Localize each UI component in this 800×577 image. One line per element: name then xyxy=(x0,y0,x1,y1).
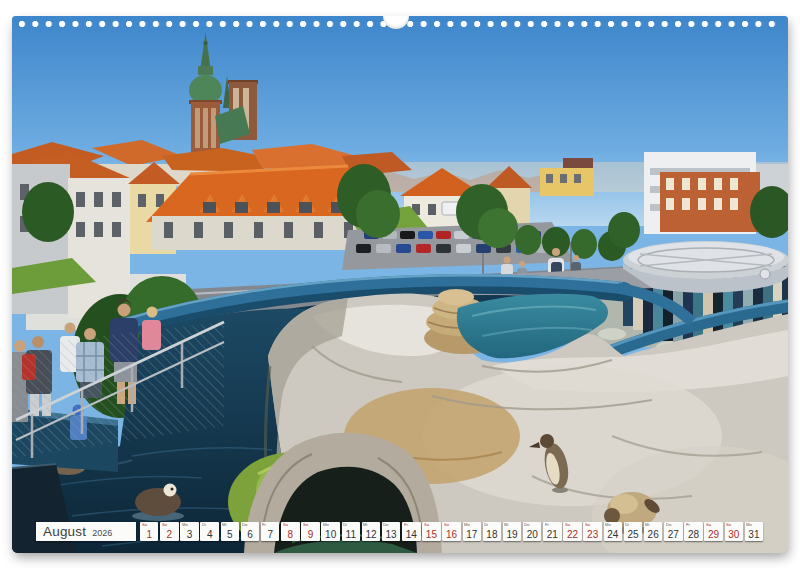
day-weekday-label: Sa xyxy=(565,522,570,526)
day-number: 23 xyxy=(583,529,601,540)
day-weekday-label: Di xyxy=(484,522,488,526)
day-number: 25 xyxy=(624,529,642,540)
day-weekday-label: Mo xyxy=(746,522,752,526)
day-weekday-label: Fr xyxy=(545,522,549,526)
day-number: 10 xyxy=(321,529,339,540)
day-number: 17 xyxy=(463,529,481,540)
day-cell: Do27 xyxy=(664,522,682,541)
day-cell: Di25 xyxy=(624,522,642,541)
product-backdrop: { "calendar_page": { "month": "August", … xyxy=(0,0,800,577)
day-weekday-label: Fr xyxy=(686,522,690,526)
day-cell: Di4 xyxy=(200,522,218,541)
day-number: 4 xyxy=(200,529,218,540)
day-cell: Mo10 xyxy=(321,522,339,541)
day-weekday-label: Do xyxy=(242,522,247,526)
day-cell: Sa8 xyxy=(281,522,299,541)
day-cell: Mo31 xyxy=(745,522,763,541)
month-box: August 2026 xyxy=(36,522,136,541)
day-number: 8 xyxy=(281,529,299,540)
day-cell: Mi5 xyxy=(221,522,239,541)
day-number: 6 xyxy=(241,529,259,540)
day-cell: So30 xyxy=(725,522,743,541)
day-weekday-label: Mi xyxy=(645,522,649,526)
day-weekday-label: Fr xyxy=(262,522,266,526)
day-number: 7 xyxy=(261,529,279,540)
month-label: August xyxy=(43,524,86,539)
day-weekday-label: Fr xyxy=(404,522,408,526)
day-cell: Di11 xyxy=(342,522,360,541)
day-cell: Sa15 xyxy=(422,522,440,541)
day-cell: Mi12 xyxy=(362,522,380,541)
day-cell: Mi26 xyxy=(644,522,662,541)
day-cell: Do20 xyxy=(523,522,541,541)
calendar-photo xyxy=(12,16,788,553)
day-cell: Do6 xyxy=(241,522,259,541)
day-cell: So16 xyxy=(442,522,460,541)
day-number: 22 xyxy=(563,529,581,540)
day-number: 5 xyxy=(221,529,239,540)
day-weekday-label: Do xyxy=(524,522,529,526)
day-number: 28 xyxy=(684,529,702,540)
day-weekday-label: Mo xyxy=(464,522,470,526)
day-number: 21 xyxy=(543,529,561,540)
day-weekday-label: Di xyxy=(343,522,347,526)
day-number: 18 xyxy=(483,529,501,540)
day-cell: Mo17 xyxy=(463,522,481,541)
day-number: 30 xyxy=(725,529,743,540)
day-number: 26 xyxy=(644,529,662,540)
day-cell: So23 xyxy=(583,522,601,541)
day-weekday-label: Mi xyxy=(504,522,508,526)
day-weekday-label: Mo xyxy=(605,522,611,526)
day-weekday-label: So xyxy=(444,522,449,526)
day-number: 15 xyxy=(422,529,440,540)
day-cell: Mi19 xyxy=(503,522,521,541)
day-weekday-label: Sa xyxy=(424,522,429,526)
day-number: 1 xyxy=(140,529,158,540)
day-cell: Sa29 xyxy=(704,522,722,541)
day-number: 12 xyxy=(362,529,380,540)
day-number: 29 xyxy=(704,529,722,540)
day-number: 19 xyxy=(503,529,521,540)
day-weekday-label: Di xyxy=(202,522,206,526)
day-strip: Sa1So2Mo3Di4Mi5Do6Fr7Sa8So9Mo10Di11Mi12D… xyxy=(140,522,763,541)
calendar-page: August 2026 Sa1So2Mo3Di4Mi5Do6Fr7Sa8So9M… xyxy=(12,16,788,553)
day-cell: Fr28 xyxy=(684,522,702,541)
day-number: 27 xyxy=(664,529,682,540)
day-cell: Do13 xyxy=(382,522,400,541)
day-number: 2 xyxy=(160,529,178,540)
day-weekday-label: Mo xyxy=(323,522,329,526)
day-cell: Fr21 xyxy=(543,522,561,541)
day-number: 24 xyxy=(604,529,622,540)
day-cell: Sa22 xyxy=(563,522,581,541)
day-number: 9 xyxy=(301,529,319,540)
day-cell: Di18 xyxy=(483,522,501,541)
day-number: 14 xyxy=(402,529,420,540)
day-number: 31 xyxy=(745,529,763,540)
day-number: 16 xyxy=(442,529,460,540)
day-weekday-label: Di xyxy=(625,522,629,526)
day-weekday-label: Do xyxy=(666,522,671,526)
day-weekday-label: Do xyxy=(383,522,388,526)
day-number: 11 xyxy=(342,529,360,540)
day-cell: Sa1 xyxy=(140,522,158,541)
day-weekday-label: So xyxy=(585,522,590,526)
day-cell: Fr14 xyxy=(402,522,420,541)
day-weekday-label: Sa xyxy=(706,522,711,526)
day-weekday-label: Mi xyxy=(363,522,367,526)
day-number: 13 xyxy=(382,529,400,540)
day-weekday-label: So xyxy=(303,522,308,526)
day-cell: So2 xyxy=(160,522,178,541)
year-label: 2026 xyxy=(92,528,112,538)
day-number: 3 xyxy=(180,529,198,540)
day-cell: Mo3 xyxy=(180,522,198,541)
day-cell: Fr7 xyxy=(261,522,279,541)
day-weekday-label: So xyxy=(162,522,167,526)
day-weekday-label: Sa xyxy=(283,522,288,526)
day-weekday-label: Mi xyxy=(222,522,226,526)
day-weekday-label: Sa xyxy=(142,522,147,526)
day-weekday-label: So xyxy=(726,522,731,526)
day-cell: So9 xyxy=(301,522,319,541)
day-cell: Mo24 xyxy=(604,522,622,541)
day-weekday-label: Mo xyxy=(182,522,188,526)
day-number: 20 xyxy=(523,529,541,540)
